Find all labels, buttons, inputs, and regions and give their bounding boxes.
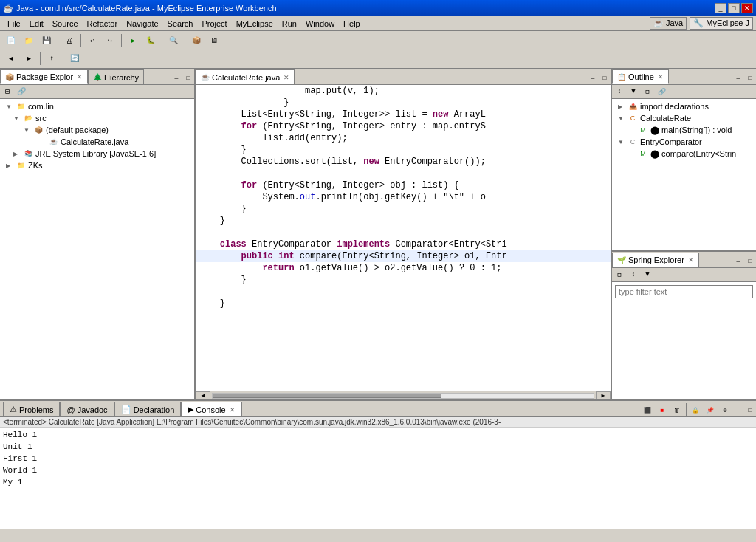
- close-editor-tab[interactable]: ✕: [284, 74, 289, 81]
- console-toolbar-1[interactable]: ⬛: [640, 403, 655, 416]
- tab-problems[interactable]: ⚠ Problems: [3, 402, 60, 416]
- tree-item-zks[interactable]: ▶ 📁 ZKs: [1, 159, 193, 171]
- close-spring[interactable]: ✕: [688, 256, 694, 264]
- min-console[interactable]: —: [732, 403, 744, 416]
- maximize-left[interactable]: □: [182, 71, 194, 84]
- max-outline[interactable]: □: [744, 71, 756, 84]
- filter-outline[interactable]: ▼: [627, 86, 640, 97]
- max-editor[interactable]: □: [599, 71, 611, 84]
- open-button[interactable]: 📁: [21, 33, 37, 48]
- expand-calculaterate[interactable]: ▼: [618, 115, 625, 122]
- expand-jre[interactable]: ▶: [13, 151, 21, 157]
- menu-help[interactable]: Help: [339, 18, 365, 30]
- outline-compare-method[interactable]: M ⬤ compare(Entry<Strin: [614, 148, 755, 159]
- max-spring[interactable]: □: [744, 254, 756, 267]
- close-button[interactable]: ✕: [741, 3, 753, 13]
- tab-spring-explorer[interactable]: 🌱 Spring Explorer ✕: [612, 253, 699, 267]
- menu-search[interactable]: Search: [163, 18, 198, 30]
- print-button[interactable]: 🖨: [61, 33, 78, 48]
- h-scrollbar[interactable]: ◀ ▶: [196, 391, 611, 399]
- collapse-outline[interactable]: ⊟: [641, 86, 654, 97]
- scroll-right[interactable]: ▶: [596, 391, 611, 400]
- perspective-myeclipse[interactable]: 🔧 MyEclipse J: [690, 17, 753, 30]
- save-button[interactable]: 💾: [38, 33, 55, 48]
- tab-package-explorer[interactable]: 📦 Package Explor ✕: [0, 69, 88, 84]
- code-line: Collections.sort(list, new EntryComparat…: [196, 156, 611, 168]
- console-clear[interactable]: 🗑: [670, 403, 684, 416]
- menu-run[interactable]: Run: [278, 18, 301, 30]
- spring-sort[interactable]: ↕: [627, 269, 640, 281]
- collapse-all-btn[interactable]: ⊟: [1, 86, 14, 97]
- min-spring[interactable]: —: [732, 254, 744, 267]
- close-outline[interactable]: ✕: [658, 73, 664, 80]
- tab-outline[interactable]: 📋 Outline ✕: [612, 69, 669, 84]
- console-settings[interactable]: ⚙: [718, 403, 732, 416]
- outline-calculaterate-class[interactable]: ▼ C CalculateRate: [614, 112, 755, 124]
- forward-button[interactable]: ▶: [21, 51, 37, 66]
- bottom-panel: ⚠ Problems @ Javadoc 📄 Declaration ▶ Con…: [0, 399, 756, 529]
- menu-source[interactable]: Source: [48, 18, 83, 30]
- min-editor[interactable]: —: [587, 71, 599, 84]
- refresh-button[interactable]: 🔄: [66, 51, 83, 66]
- new-button[interactable]: 📄: [3, 33, 19, 48]
- menu-file[interactable]: File: [3, 18, 25, 30]
- code-editor[interactable]: map.put(v, 1); } List<Entry<String, Inte…: [196, 85, 611, 391]
- tab-javadoc[interactable]: @ Javadoc: [60, 402, 114, 416]
- deploy-button[interactable]: 📦: [188, 33, 205, 48]
- close-package-explorer[interactable]: ✕: [77, 73, 83, 80]
- expand-zks[interactable]: ▶: [6, 162, 13, 169]
- redo-button[interactable]: ↪: [102, 33, 118, 48]
- h-scrollbar-thumb[interactable]: [213, 394, 441, 398]
- menu-refactor[interactable]: Refactor: [83, 18, 123, 30]
- menu-window[interactable]: Window: [301, 18, 339, 30]
- console-scroll-lock[interactable]: 🔒: [688, 403, 703, 416]
- tab-calculaterate[interactable]: ☕ CalculateRate.java ✕: [196, 69, 295, 84]
- sort-outline[interactable]: ↕: [613, 86, 626, 97]
- expand-src[interactable]: ▼: [13, 115, 21, 122]
- menu-navigate[interactable]: Navigate: [122, 18, 162, 30]
- outline-entrycomparator[interactable]: ▼ C EntryComparator: [614, 136, 755, 148]
- tree-item-jre[interactable]: ▶ 📚 JRE System Library [JavaSE-1.6]: [1, 148, 193, 159]
- perspective-java[interactable]: ☕ Java: [650, 17, 687, 30]
- editor-content[interactable]: map.put(v, 1); } List<Entry<String, Inte…: [196, 85, 611, 391]
- up-button[interactable]: ⬆: [44, 51, 60, 66]
- min-outline[interactable]: —: [732, 71, 744, 84]
- maximize-button[interactable]: □: [728, 3, 740, 13]
- outline-imports[interactable]: ▶ 📥 import declarations: [614, 100, 755, 112]
- scroll-left[interactable]: ◀: [196, 391, 210, 400]
- tree-item-src[interactable]: ▼ 📂 src: [1, 112, 193, 124]
- code-line: for (Entry<String, Integer> obj : list) …: [196, 179, 611, 191]
- tab-declaration[interactable]: 📄 Declaration: [114, 402, 182, 416]
- spring-collapse[interactable]: ⊟: [613, 269, 626, 281]
- minimize-left[interactable]: —: [171, 71, 182, 84]
- link-outline[interactable]: 🔗: [655, 86, 668, 97]
- undo-button[interactable]: ↩: [84, 33, 100, 48]
- run-button[interactable]: ▶: [125, 33, 141, 48]
- tab-console[interactable]: ▶ Console ✕: [181, 402, 241, 416]
- tab-hierarchy[interactable]: 🌲 Hierarchy: [88, 69, 144, 84]
- link-editor-btn[interactable]: 🔗: [15, 86, 28, 97]
- tree-item-comlin[interactable]: ▼ 📁 com.lin: [1, 100, 193, 112]
- spring-filter[interactable]: ▼: [641, 269, 654, 281]
- menu-edit[interactable]: Edit: [25, 18, 48, 30]
- tree-item-default-package[interactable]: ▼ 📦 (default package): [1, 124, 193, 136]
- expand-imports[interactable]: ▶: [618, 103, 625, 110]
- minimize-button[interactable]: _: [715, 3, 726, 13]
- console-pin[interactable]: 📌: [703, 403, 718, 416]
- close-console[interactable]: ✕: [230, 406, 236, 414]
- server-button[interactable]: 🖥: [206, 33, 222, 48]
- expand-comlin[interactable]: ▼: [6, 103, 13, 110]
- max-console[interactable]: □: [744, 403, 756, 416]
- outline-main-method[interactable]: M ⬤ main(String[]) : void: [614, 124, 755, 136]
- expand-default-pkg[interactable]: ▼: [24, 127, 31, 134]
- back-button[interactable]: ◀: [3, 51, 19, 66]
- menu-project[interactable]: Project: [197, 18, 231, 30]
- h-scrollbar-track[interactable]: [212, 393, 594, 399]
- tree-item-calculaterate[interactable]: ☕ CalculateRate.java: [1, 136, 193, 148]
- spring-filter-input[interactable]: [615, 285, 753, 298]
- debug-button[interactable]: 🐛: [142, 33, 159, 48]
- search-btn[interactable]: 🔍: [165, 33, 182, 48]
- expand-entrycomparator[interactable]: ▼: [618, 139, 625, 145]
- console-terminate[interactable]: ■: [655, 403, 670, 416]
- menu-myeclipse[interactable]: MyEclipse: [232, 18, 278, 30]
